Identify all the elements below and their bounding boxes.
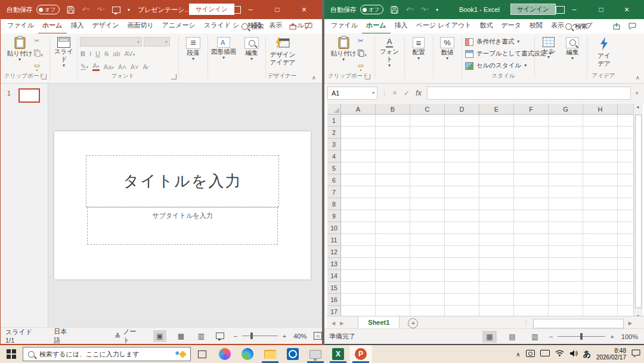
- italic-button[interactable]: I: [89, 50, 91, 57]
- cell-D2[interactable]: [445, 127, 479, 139]
- cell-E1[interactable]: [479, 115, 514, 127]
- touch-keyboard-icon[interactable]: [540, 350, 550, 358]
- cell-C5[interactable]: [410, 162, 445, 174]
- redo-icon[interactable]: ↷▾: [97, 6, 105, 14]
- excel-minimize-button[interactable]: –: [564, 0, 584, 19]
- cell-G12[interactable]: [549, 246, 583, 258]
- copilot-button[interactable]: [213, 345, 236, 363]
- row-header-15[interactable]: 15: [327, 282, 341, 294]
- cell-F11[interactable]: [514, 234, 549, 246]
- cell-H14[interactable]: [583, 270, 618, 282]
- cell-D5[interactable]: [445, 162, 479, 174]
- change-case-button[interactable]: Aa▾: [104, 63, 114, 70]
- excel-search-button[interactable]: 検索: [565, 19, 588, 33]
- collapse-ribbon-icon[interactable]: ∧: [312, 75, 316, 81]
- row-header-7[interactable]: 7: [327, 186, 341, 198]
- cell-C13[interactable]: [410, 258, 445, 270]
- cell-A16[interactable]: [341, 294, 376, 306]
- row-header-12[interactable]: 12: [327, 246, 341, 258]
- cell-F8[interactable]: [514, 198, 549, 210]
- cell-C9[interactable]: [410, 210, 445, 222]
- row-header-5[interactable]: 5: [327, 162, 341, 174]
- cell-C15[interactable]: [410, 282, 445, 294]
- cell-G14[interactable]: [549, 270, 583, 282]
- cell-A11[interactable]: [341, 234, 376, 246]
- excel-zoom-level[interactable]: 100%: [621, 333, 638, 340]
- cell-B4[interactable]: [376, 150, 410, 162]
- cell-F6[interactable]: [514, 174, 549, 186]
- cell-G1[interactable]: [549, 115, 583, 127]
- cell-H8[interactable]: [583, 198, 618, 210]
- name-box[interactable]: A1▾: [327, 87, 377, 100]
- cell-F4[interactable]: [514, 150, 549, 162]
- zoom-out-button[interactable]: −: [549, 333, 553, 340]
- cell-G13[interactable]: [549, 258, 583, 270]
- cell-E7[interactable]: [479, 186, 514, 198]
- enter-icon[interactable]: ✓: [401, 87, 413, 100]
- cell-D8[interactable]: [445, 198, 479, 210]
- cells-button[interactable]: セル▾: [538, 37, 559, 60]
- cell-D7[interactable]: [445, 186, 479, 198]
- design-ideas-button[interactable]: デザイン アイデア: [267, 37, 298, 66]
- undo-icon[interactable]: ↶▾: [405, 6, 413, 14]
- ppt-maximize-button[interactable]: □: [267, 0, 287, 19]
- cell-C4[interactable]: [410, 150, 445, 162]
- paste-button[interactable]: 貼り付け▾: [330, 36, 357, 62]
- cell-A7[interactable]: [341, 186, 376, 198]
- ppt-tab-ファイル[interactable]: ファイル: [3, 19, 38, 33]
- column-header-H[interactable]: H: [583, 104, 618, 115]
- hidden-icons-chevron-icon[interactable]: ∧: [516, 351, 520, 358]
- slide-thumbnail[interactable]: [18, 88, 40, 103]
- cell-E14[interactable]: [479, 270, 514, 282]
- cell-D6[interactable]: [445, 174, 479, 186]
- excel-close-button[interactable]: ×: [617, 0, 637, 19]
- expand-formula-bar-icon[interactable]: ▾: [632, 87, 642, 100]
- start-slideshow-icon[interactable]: [112, 7, 120, 13]
- slide-canvas[interactable]: タイトルを入力 サブタイトルを入力: [54, 131, 311, 279]
- font-name-combo[interactable]: ▾: [80, 37, 142, 47]
- cell-H2[interactable]: [583, 127, 618, 139]
- cell-C11[interactable]: [410, 234, 445, 246]
- ppt-zoom-slider[interactable]: [242, 336, 278, 336]
- cell-F7[interactable]: [514, 186, 549, 198]
- ppt-zoom-level[interactable]: 40%: [293, 333, 306, 340]
- task-view-button[interactable]: [191, 345, 213, 363]
- cell-A12[interactable]: [341, 246, 376, 258]
- cell-H15[interactable]: [583, 282, 618, 294]
- sheet-nav-right-icon[interactable]: ▶: [340, 321, 343, 326]
- cell-A1[interactable]: [341, 115, 376, 127]
- cell-H11[interactable]: [583, 234, 618, 246]
- ppt-autosave-toggle[interactable]: オフ: [36, 5, 60, 14]
- cell-E9[interactable]: [479, 210, 514, 222]
- cell-A5[interactable]: [341, 162, 376, 174]
- notes-button[interactable]: ≛ノート: [114, 327, 140, 345]
- cell-A10[interactable]: [341, 222, 376, 234]
- cell-F9[interactable]: [514, 210, 549, 222]
- reading-view-button[interactable]: ▥: [194, 330, 208, 342]
- cell-G3[interactable]: [549, 139, 583, 150]
- cell-E4[interactable]: [479, 150, 514, 162]
- clipboard-dialog-launcher-icon[interactable]: [41, 74, 47, 79]
- cell-styles-button[interactable]: セルのスタイル▾: [465, 61, 527, 70]
- normal-view-button[interactable]: ▣: [153, 330, 166, 342]
- file-explorer-button[interactable]: [259, 345, 281, 363]
- cell-A9[interactable]: [341, 210, 376, 222]
- cell-H13[interactable]: [583, 258, 618, 270]
- desktop-app-button[interactable]: [304, 345, 327, 363]
- copy-icon[interactable]: ▾: [358, 48, 367, 59]
- row-header-14[interactable]: 14: [327, 270, 341, 282]
- row-header-4[interactable]: 4: [327, 150, 341, 162]
- language-indicator[interactable]: 日本語: [54, 327, 72, 345]
- column-header-E[interactable]: E: [479, 104, 514, 115]
- cell-E16[interactable]: [479, 294, 514, 306]
- cell-F2[interactable]: [514, 127, 549, 139]
- sheet-tab[interactable]: Sheet1: [358, 316, 400, 330]
- cell-F14[interactable]: [514, 270, 549, 282]
- taskbar-search-input[interactable]: 検索するには、ここに入力します: [23, 347, 191, 361]
- cell-A13[interactable]: [341, 258, 376, 270]
- cell-B12[interactable]: [376, 246, 410, 258]
- comment-icon[interactable]: [628, 19, 636, 33]
- ideas-button[interactable]: アイ デア: [592, 37, 617, 67]
- cell-D14[interactable]: [445, 270, 479, 282]
- cell-C2[interactable]: [410, 127, 445, 139]
